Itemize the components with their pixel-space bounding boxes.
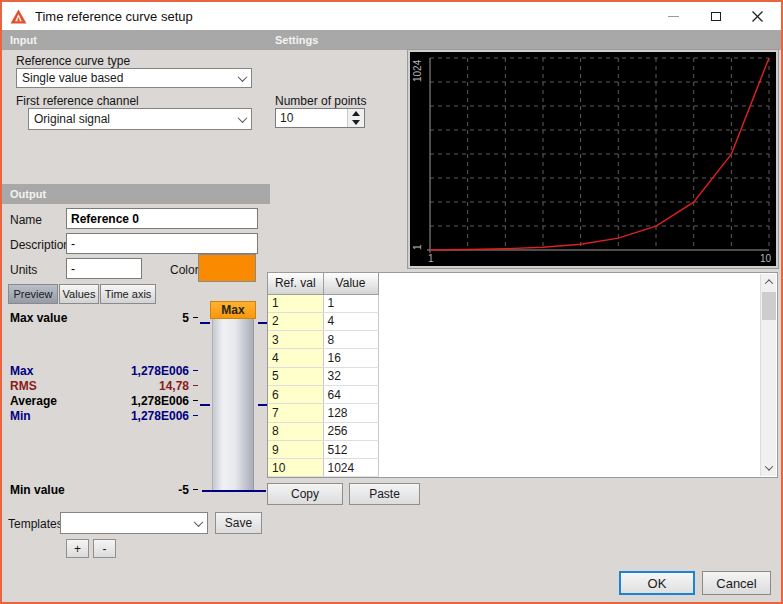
tab-preview[interactable]: Preview xyxy=(8,284,58,304)
number-of-points-stepper[interactable]: 10 xyxy=(275,108,365,128)
ref-val-cell[interactable]: 5 xyxy=(268,367,323,385)
description-field[interactable] xyxy=(66,233,258,254)
ref-val-cell[interactable]: 1 xyxy=(268,294,323,312)
table-row[interactable]: 7128 xyxy=(268,404,378,422)
maximize-button[interactable] xyxy=(698,2,734,30)
templates-select[interactable] xyxy=(60,512,208,534)
arrow-up-icon xyxy=(352,111,360,116)
value-cell[interactable]: 64 xyxy=(323,385,378,403)
values-table: Ref. val Value 1124384165326647128825695… xyxy=(268,273,379,477)
value-cell[interactable]: 4 xyxy=(323,312,378,330)
stat-value: 1,278E006 xyxy=(131,364,189,378)
color-swatch[interactable] xyxy=(198,254,256,282)
section-output-label: Output xyxy=(10,188,46,200)
add-template-button[interactable]: + xyxy=(66,539,89,558)
value-cell[interactable]: 16 xyxy=(323,349,378,367)
table-row[interactable]: 101024 xyxy=(268,459,378,477)
first-reference-channel-select[interactable]: Original signal xyxy=(28,108,252,130)
app-logo-icon xyxy=(10,9,27,24)
stat-row-average: Average1,278E006 xyxy=(10,393,198,408)
templates-label: Templates xyxy=(8,517,63,531)
ref-val-cell[interactable]: 7 xyxy=(268,404,323,422)
ref-val-cell[interactable]: 4 xyxy=(268,349,323,367)
chevron-down-icon xyxy=(765,462,773,470)
number-of-points-label: Number of points xyxy=(275,94,366,108)
stat-row-rms: RMS14,78 xyxy=(10,378,198,393)
minimize-button[interactable] xyxy=(655,2,691,30)
section-input-label: Input xyxy=(10,34,37,46)
table-row[interactable]: 8256 xyxy=(268,422,378,440)
ref-val-cell[interactable]: 10 xyxy=(268,459,323,477)
reference-curve-type-select[interactable]: Single value based xyxy=(16,68,252,88)
tab-values[interactable]: Values xyxy=(59,284,99,304)
ref-val-cell[interactable]: 6 xyxy=(268,385,323,403)
save-button[interactable]: Save xyxy=(215,512,262,534)
value-cell[interactable]: 128 xyxy=(323,404,378,422)
value-cell[interactable]: 1 xyxy=(323,294,378,312)
chevron-up-icon xyxy=(765,279,773,287)
reference-curve-type-label: Reference curve type xyxy=(16,54,130,68)
column-header-ref-val[interactable]: Ref. val xyxy=(268,273,323,294)
first-reference-channel-label: First reference channel xyxy=(16,94,139,108)
paste-button[interactable]: Paste xyxy=(349,483,420,505)
max-level-mark xyxy=(200,322,210,324)
svg-text:10: 10 xyxy=(760,253,772,264)
column-header-value[interactable]: Value xyxy=(323,273,378,294)
max-value-label: Max value xyxy=(10,311,67,325)
name-field[interactable] xyxy=(66,208,258,229)
table-scrollbar[interactable] xyxy=(760,274,776,476)
ref-val-cell[interactable]: 9 xyxy=(268,440,323,458)
svg-text:1024: 1024 xyxy=(412,59,423,82)
bar-max-tag[interactable]: Max xyxy=(210,301,256,319)
table-row[interactable]: 532 xyxy=(268,367,378,385)
table-row[interactable]: 11 xyxy=(268,294,378,312)
close-icon xyxy=(752,11,763,22)
min-value-label: Min value xyxy=(10,483,65,497)
preview-level-bar[interactable] xyxy=(212,319,254,492)
value-cell[interactable]: 32 xyxy=(323,367,378,385)
scroll-up-button[interactable] xyxy=(761,274,777,290)
stat-row-max: Max1,278E006 xyxy=(10,363,198,378)
scroll-down-button[interactable] xyxy=(761,460,777,476)
tick-dash xyxy=(193,489,198,490)
tab-time-axis[interactable]: Time axis xyxy=(100,284,156,304)
units-field[interactable] xyxy=(66,258,142,279)
spin-down-button[interactable] xyxy=(348,118,364,127)
tick-dash xyxy=(193,400,198,401)
ref-val-cell[interactable]: 2 xyxy=(268,312,323,330)
ref-val-cell[interactable]: 8 xyxy=(268,422,323,440)
value-cell[interactable]: 1024 xyxy=(323,459,378,477)
chevron-down-icon xyxy=(193,517,203,527)
cancel-button[interactable]: Cancel xyxy=(702,571,771,595)
copy-button[interactable]: Copy xyxy=(267,483,343,505)
section-header-bar: Input Settings xyxy=(2,30,781,50)
close-button[interactable] xyxy=(739,2,775,30)
number-of-points-value: 10 xyxy=(276,109,347,127)
table-row[interactable]: 9512 xyxy=(268,440,378,458)
tick-dash xyxy=(193,385,198,386)
value-cell[interactable]: 256 xyxy=(323,422,378,440)
section-settings-label: Settings xyxy=(275,34,318,46)
ref-val-cell[interactable]: 3 xyxy=(268,331,323,349)
first-reference-channel-value: Original signal xyxy=(34,112,110,126)
ok-button[interactable]: OK xyxy=(619,571,695,595)
stat-label: Max xyxy=(10,364,33,378)
value-cell[interactable]: 8 xyxy=(323,331,378,349)
tick-dash xyxy=(193,415,198,416)
tick-dash xyxy=(193,370,198,371)
stat-label: Average xyxy=(10,394,57,408)
svg-text:1: 1 xyxy=(412,244,423,250)
table-row[interactable]: 664 xyxy=(268,385,378,403)
table-row[interactable]: 24 xyxy=(268,312,378,330)
chevron-down-icon xyxy=(237,72,247,82)
average-level-mark xyxy=(200,404,210,406)
remove-template-button[interactable]: - xyxy=(93,539,116,558)
max-value-row: Max value 5 xyxy=(10,310,198,325)
min-level-line xyxy=(202,490,266,492)
table-row[interactable]: 38 xyxy=(268,331,378,349)
svg-text:1: 1 xyxy=(428,253,434,264)
table-row[interactable]: 416 xyxy=(268,349,378,367)
value-cell[interactable]: 512 xyxy=(323,440,378,458)
scrollbar-thumb[interactable] xyxy=(762,292,776,320)
spin-up-button[interactable] xyxy=(348,109,364,118)
